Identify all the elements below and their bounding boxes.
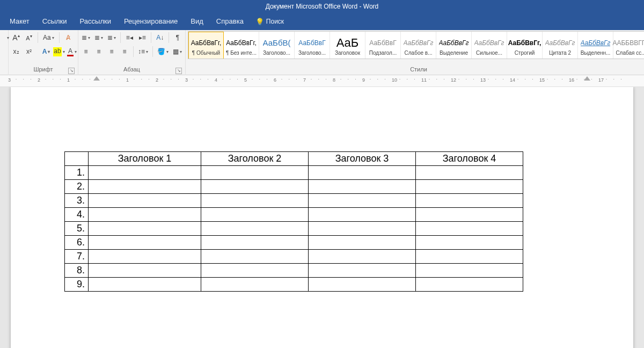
table-cell[interactable] [309,222,416,236]
style-item-1[interactable]: АаБбВвГг,¶ Без инте... [224,32,259,59]
table-cell[interactable] [309,264,416,278]
style-item-9[interactable]: АаБбВвГг,Строгий [507,32,543,59]
style-item-3[interactable]: АаБбВвГЗаголово... [295,32,330,59]
table-cell[interactable] [416,250,523,264]
align-right-button[interactable]: ≡ [106,46,117,57]
borders-button[interactable]: ▦ [172,46,183,57]
show-pilcrow-button[interactable]: ¶ [172,32,183,44]
tell-me-search[interactable]: 💡 Поиск [250,18,289,26]
table-cell[interactable] [89,194,201,208]
table-cell[interactable] [309,278,416,292]
subscript-button[interactable]: x₂ [11,46,21,57]
bullets-button[interactable]: ≣ [80,32,91,44]
table-cell[interactable] [416,166,523,180]
tab-help[interactable]: Справка [210,13,250,30]
table-cell[interactable] [89,278,201,292]
tab-layout[interactable]: Макет [3,13,36,30]
style-item-8[interactable]: АаБбВвГгСильное... [472,32,507,59]
table-header-cell[interactable]: Заголовок 2 [201,152,309,166]
style-item-11[interactable]: АаБбВвГгВыделенн... [578,32,613,59]
superscript-button[interactable]: x² [24,46,34,57]
table-row-number[interactable]: 9. [65,278,89,292]
table-cell[interactable] [309,236,416,250]
multilevel-list-button[interactable]: ≣ [106,32,117,44]
table-cell[interactable] [89,180,201,194]
table-cell[interactable] [416,278,523,292]
table-cell[interactable] [309,250,416,264]
tab-links[interactable]: Ссылки [36,13,74,30]
right-indent-marker[interactable] [584,76,590,81]
table-cell[interactable] [416,222,523,236]
table-cell[interactable] [201,222,309,236]
table-cell[interactable] [416,194,523,208]
table-cell[interactable] [309,194,416,208]
shrink-font-button[interactable]: A▾ [24,32,34,44]
table-cell[interactable] [201,250,309,264]
table-cell[interactable] [65,152,89,166]
table-cell[interactable] [89,222,201,236]
table-cell[interactable] [201,278,309,292]
table-row-number[interactable]: 7. [65,250,89,264]
table-row-number[interactable]: 1. [65,166,89,180]
table-cell[interactable] [201,166,309,180]
clear-formatting-button[interactable]: A̷ [63,32,74,44]
text-effects-button[interactable]: A [41,46,52,57]
grow-font-button[interactable]: A▴ [11,32,21,44]
table-cell[interactable] [416,208,523,222]
table-row-number[interactable]: 6. [65,236,89,250]
table-cell[interactable] [89,166,201,180]
tab-review[interactable]: Рецензирование [118,13,184,30]
style-item-4[interactable]: АаБЗаголовок [330,32,365,59]
align-center-button[interactable]: ≡ [93,46,104,57]
page[interactable]: Заголовок 1Заголовок 2Заголовок 3Заголов… [11,87,633,348]
font-color-button[interactable]: A [67,46,77,57]
table-cell[interactable] [89,208,201,222]
paragraph-dialog-launcher[interactable]: ↘ [175,68,182,74]
document-table[interactable]: Заголовок 1Заголовок 2Заголовок 3Заголов… [64,151,523,292]
style-item-10[interactable]: АаБбВвГгЦитата 2 [543,32,578,59]
table-cell[interactable] [309,166,416,180]
align-justify-button[interactable]: ≡ [119,46,130,57]
table-cell[interactable] [89,250,201,264]
decrease-indent-button[interactable]: ≡◂ [124,32,135,44]
table-cell[interactable] [309,208,416,222]
table-cell[interactable] [201,208,309,222]
table-cell[interactable] [309,180,416,194]
table-cell[interactable] [416,264,523,278]
align-left-button[interactable]: ≡ [80,46,91,57]
change-case-button[interactable]: Aa [41,32,56,44]
horizontal-ruler[interactable]: 3···2···1······1···2···3···4···5···6···7… [0,75,644,87]
table-header-cell[interactable]: Заголовок 1 [89,152,201,166]
first-line-indent-marker[interactable] [93,76,100,81]
numbering-button[interactable]: ≣ [93,32,104,44]
increase-indent-button[interactable]: ▸≡ [137,32,148,44]
style-item-12[interactable]: ААББВВГГДСлабая сс... [613,32,644,59]
table-cell[interactable] [416,236,523,250]
table-cell[interactable] [201,194,309,208]
table-header-cell[interactable]: Заголовок 3 [309,152,416,166]
tab-mailings[interactable]: Рассылки [74,13,118,30]
document-area[interactable]: Заголовок 1Заголовок 2Заголовок 3Заголов… [0,87,644,348]
table-row-number[interactable]: 2. [65,180,89,194]
table-cell[interactable] [89,236,201,250]
style-item-2[interactable]: АаБбВ(Заголово... [259,32,295,59]
table-cell[interactable] [89,264,201,278]
style-item-5[interactable]: АаБбВвГПодзагол... [365,32,401,59]
styles-gallery[interactable]: АаБбВвГг,¶ ОбычныйАаБбВвГг,¶ Без инте...… [188,31,644,59]
style-item-7[interactable]: АаБбВвГгВыделение [436,32,472,59]
sort-button[interactable]: A↓ [155,32,165,44]
table-row-number[interactable]: 5. [65,222,89,236]
table-row-number[interactable]: 4. [65,208,89,222]
font-dialog-launcher[interactable]: ↘ [68,68,75,74]
table-cell[interactable] [201,180,309,194]
table-cell[interactable] [416,180,523,194]
table-cell[interactable] [201,264,309,278]
style-item-6[interactable]: АаБбВвГгСлабое в... [401,32,436,59]
table-cell[interactable] [201,236,309,250]
tab-view[interactable]: Вид [184,13,210,30]
table-header-cell[interactable]: Заголовок 4 [416,152,523,166]
line-spacing-button[interactable]: ↕≡ [137,46,149,57]
shading-button[interactable]: 🪣 [156,46,170,57]
style-item-0[interactable]: АаБбВвГг,¶ Обычный [188,32,224,59]
table-row-number[interactable]: 8. [65,264,89,278]
